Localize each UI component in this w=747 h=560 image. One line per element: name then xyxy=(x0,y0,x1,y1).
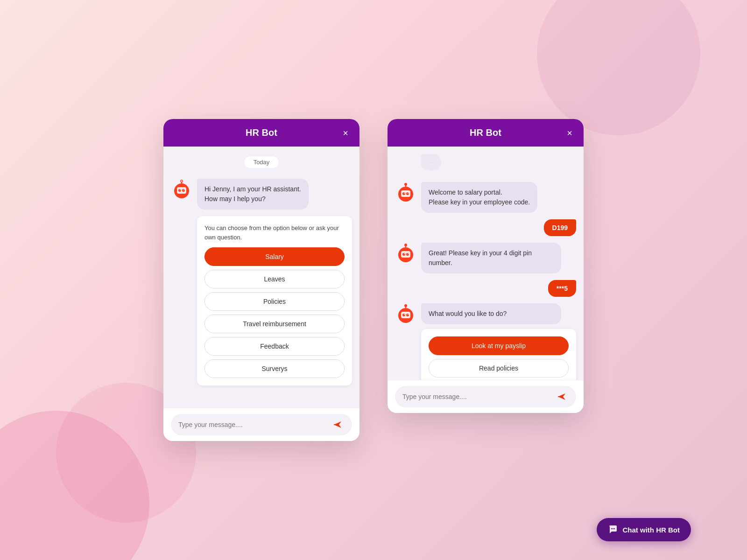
chat-windows-container: HR Bot × Today xyxy=(163,119,584,441)
svg-point-11 xyxy=(404,183,407,186)
svg-point-5 xyxy=(182,189,185,192)
partial-message-row: ··· xyxy=(395,154,576,175)
svg-point-6 xyxy=(180,189,181,190)
left-message-input[interactable] xyxy=(178,421,327,428)
bot-avatar-welcome xyxy=(395,182,416,203)
svg-point-31 xyxy=(404,314,405,315)
left-chat-body: Today xyxy=(163,147,359,408)
left-chat-window: HR Bot × Today xyxy=(163,119,359,441)
left-chat-header: HR Bot × xyxy=(163,119,359,147)
bot-pin-bubble: Great! Please key in your 4 digit pin nu… xyxy=(421,243,561,273)
options-intro-text: You can choose from the option below or … xyxy=(204,224,345,242)
svg-point-15 xyxy=(404,193,405,194)
svg-point-24 xyxy=(408,253,409,254)
right-chat-body: ··· We xyxy=(388,147,584,380)
left-input-row xyxy=(171,414,352,435)
svg-point-32 xyxy=(408,314,409,315)
left-close-button[interactable]: × xyxy=(341,126,350,140)
right-chat-header: HR Bot × xyxy=(388,119,584,147)
svg-point-7 xyxy=(183,189,184,190)
svg-point-29 xyxy=(402,314,405,316)
bot-action-bubble: What would you like to do? xyxy=(421,303,561,324)
chat-fab-button[interactable]: Chat with HR Bot xyxy=(597,518,691,541)
right-message-input[interactable] xyxy=(402,393,551,400)
svg-point-13 xyxy=(402,192,405,195)
option-salary[interactable]: Salary xyxy=(204,247,345,266)
right-input-row xyxy=(395,386,576,407)
svg-point-8 xyxy=(181,180,183,182)
option-payslip[interactable]: Look at my payslip xyxy=(429,336,569,355)
svg-point-23 xyxy=(404,253,405,254)
bot-welcome-bubble: Welcome to salary portal. Please key in … xyxy=(421,182,537,213)
send-icon xyxy=(332,420,343,430)
svg-point-34 xyxy=(612,528,613,529)
options-card: You can choose from the option below or … xyxy=(197,216,352,385)
date-divider: Today xyxy=(171,156,352,168)
bot-action-row: What would you like to do? Look at my pa… xyxy=(395,303,576,380)
svg-point-22 xyxy=(406,253,409,256)
svg-point-35 xyxy=(613,528,614,529)
option-travel[interactable]: Travel reimbursement xyxy=(204,315,345,333)
bot-avatar xyxy=(171,179,192,200)
option-policies[interactable]: Policies xyxy=(204,292,345,311)
svg-point-27 xyxy=(404,304,407,307)
svg-point-33 xyxy=(611,528,612,529)
left-chat-title: HR Bot xyxy=(246,127,277,138)
right-close-button[interactable]: × xyxy=(565,126,574,140)
bot-pin-row: Great! Please key in your 4 digit pin nu… xyxy=(395,243,576,273)
bot-welcome-row: Welcome to salary portal. Please key in … xyxy=(395,182,576,213)
right-chat-title: HR Bot xyxy=(470,127,501,138)
left-send-button[interactable] xyxy=(331,418,345,432)
right-send-button[interactable] xyxy=(555,390,569,404)
bot-greeting-row: Hi Jenny, I am your HR assistant. How ma… xyxy=(171,179,352,210)
user-code-bubble: D199 xyxy=(544,219,576,236)
svg-point-30 xyxy=(406,314,409,316)
send-icon-right xyxy=(557,392,567,402)
bg-decoration-3 xyxy=(537,0,700,135)
right-options-card: Look at my payslip Read policies Make a … xyxy=(421,329,576,380)
svg-point-4 xyxy=(178,189,181,192)
option-read-policies[interactable]: Read policies xyxy=(429,359,569,378)
svg-point-21 xyxy=(402,253,405,256)
partial-message-bubble: ··· xyxy=(421,154,441,170)
left-chat-footer xyxy=(163,408,359,441)
date-badge: Today xyxy=(244,156,280,168)
right-chat-window: HR Bot × ··· xyxy=(388,119,584,413)
bot-avatar-pin xyxy=(395,243,416,264)
bot-greeting-bubble: Hi Jenny, I am your HR assistant. How ma… xyxy=(197,179,309,210)
svg-point-14 xyxy=(406,192,409,195)
svg-point-16 xyxy=(408,193,409,194)
bot-avatar-action xyxy=(395,303,416,325)
user-pin-row: ***5 xyxy=(395,280,576,297)
chat-bubble-icon xyxy=(608,525,618,535)
svg-point-19 xyxy=(404,244,407,246)
user-pin-bubble: ***5 xyxy=(548,280,576,297)
right-chat-footer xyxy=(388,380,584,413)
user-code-row: D199 xyxy=(395,219,576,236)
option-surveys[interactable]: Surverys xyxy=(204,359,345,378)
chat-fab-label: Chat with HR Bot xyxy=(623,526,680,534)
option-leaves[interactable]: Leaves xyxy=(204,270,345,288)
option-feedback[interactable]: Feedback xyxy=(204,337,345,356)
